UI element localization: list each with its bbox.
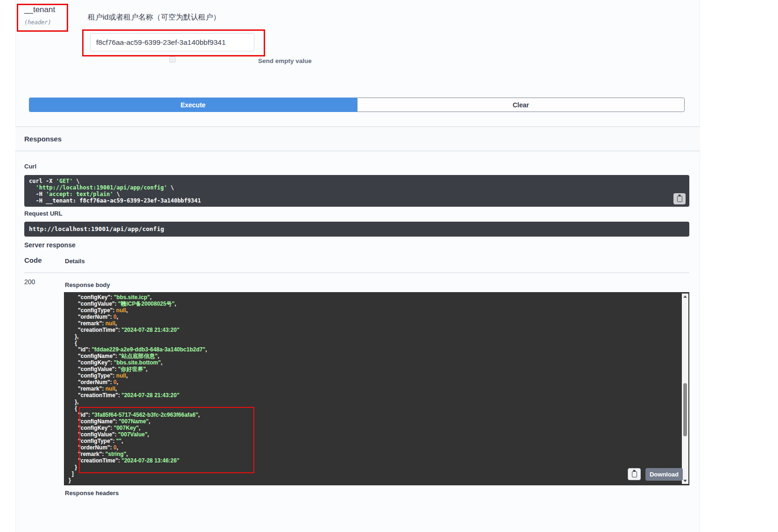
- response-body-line: }: [69, 477, 689, 483]
- response-body-line: },: [69, 399, 689, 405]
- response-body-line: {: [69, 405, 689, 412]
- scrollbar-thumb[interactable]: [683, 383, 687, 436]
- copy-response-button[interactable]: [628, 468, 641, 480]
- parameter-name: __tenant: [24, 5, 55, 14]
- responses-section-header: Responses: [15, 126, 700, 151]
- response-body-scrollbar[interactable]: [682, 294, 688, 484]
- response-body-line: "configName": "007Name",: [69, 418, 689, 425]
- curl-code: curl -X 'GET' \ 'http://localhost:19001/…: [29, 178, 685, 204]
- execute-button[interactable]: Execute: [29, 98, 357, 112]
- response-body-line: ]: [69, 470, 689, 477]
- response-body-line: {: [69, 340, 689, 346]
- send-empty-checkbox[interactable]: [169, 56, 175, 63]
- clear-button[interactable]: Clear: [357, 98, 685, 112]
- response-body-line: "configType": "",: [69, 438, 689, 444]
- curl-command-block: curl -X 'GET' \ 'http://localhost:19001/…: [24, 175, 689, 207]
- parameter-description: 租户id或者租户名称（可空为默认租户）: [88, 13, 220, 22]
- response-body-line: "creationTime": "2024-07-28 21:43:20": [69, 327, 689, 333]
- scrollbar-down-arrow-icon[interactable]: [682, 478, 688, 483]
- response-body-line: "remark": null,: [69, 320, 689, 327]
- response-body-line: "configValue": "007Value",: [69, 431, 689, 438]
- response-body-line: "remark": null,: [69, 385, 689, 392]
- response-body-line: "configKey": "bbs.site.bottom",: [69, 359, 689, 366]
- download-button[interactable]: Download: [645, 468, 683, 481]
- response-body-line: "configType": null,: [69, 372, 689, 379]
- status-code: 200: [24, 278, 35, 286]
- curl-code-line: 'http://localhost:19001/api/app/config' …: [29, 184, 685, 191]
- response-body-line: "configName": "站点底部信息",: [69, 353, 689, 359]
- curl-code-line: -H 'accept: text/plain' \: [29, 191, 685, 197]
- curl-code-line: -H __tenant: f8cf76aa-ac59-6399-23ef-3a1…: [29, 197, 685, 204]
- clipboard-icon: [677, 196, 682, 202]
- response-body-line: "orderNum": 0,: [69, 314, 689, 320]
- response-body-line: },: [69, 333, 689, 340]
- swagger-operation-panel: __tenant (header) 租户id或者租户名称（可空为默认租户） Se…: [0, 0, 778, 532]
- code-column-header: Code: [24, 256, 42, 264]
- responses-title: Responses: [24, 135, 62, 143]
- response-body-line: "creationTime": "2024-07-28 13:46:26": [69, 457, 689, 464]
- parameter-location: (header): [24, 19, 51, 26]
- response-body-line: "orderNum": 0,: [69, 444, 689, 451]
- copy-curl-button[interactable]: [673, 193, 686, 204]
- response-body-line: "configValue": "你好世界",: [69, 366, 689, 372]
- response-body-line: "id": "3fa85f64-5717-4562-b3fc-2c963f66a…: [69, 412, 689, 418]
- response-headers-label: Response headers: [65, 490, 119, 497]
- response-body-code: "configKey": "bbs.site.icp", "configValu…: [69, 294, 689, 483]
- curl-label: Curl: [24, 163, 36, 170]
- server-response-label: Server response: [24, 241, 76, 249]
- response-body-line: "configKey": "bbs.site.icp",: [69, 294, 689, 301]
- response-body-block: "configKey": "bbs.site.icp", "configValu…: [64, 292, 689, 485]
- response-body-line: "configKey": "007Key",: [69, 425, 689, 431]
- curl-code-line: curl -X 'GET' \: [29, 178, 685, 184]
- details-column-header: Details: [65, 258, 85, 265]
- tenant-value-input[interactable]: [90, 33, 254, 51]
- clipboard-icon: [632, 471, 637, 477]
- response-body-line: "configValue": "赣ICP备20008025号",: [69, 301, 689, 307]
- response-body-line: "configType": null,: [69, 307, 689, 314]
- request-url-value: http://localhost:19001/api/app/config: [29, 225, 164, 232]
- response-body-line: "orderNum": 0,: [69, 379, 689, 385]
- response-body-line: "creationTime": "2024-07-28 21:43:20": [69, 392, 689, 399]
- response-body-line: "remark": "string",: [69, 451, 689, 457]
- request-url-label: Request URL: [24, 210, 63, 217]
- scrollbar-up-arrow-icon[interactable]: [682, 294, 688, 300]
- send-empty-label: Send empty value: [258, 57, 312, 64]
- response-body-label: Response body: [65, 281, 110, 288]
- response-body-line: }: [69, 464, 689, 470]
- table-header-divider: [24, 273, 689, 273]
- response-body-line: "id": "fddae229-a2e9-ddb3-648a-3a140bc1b…: [69, 346, 689, 353]
- request-url-block: http://localhost:19001/api/app/config: [24, 222, 689, 237]
